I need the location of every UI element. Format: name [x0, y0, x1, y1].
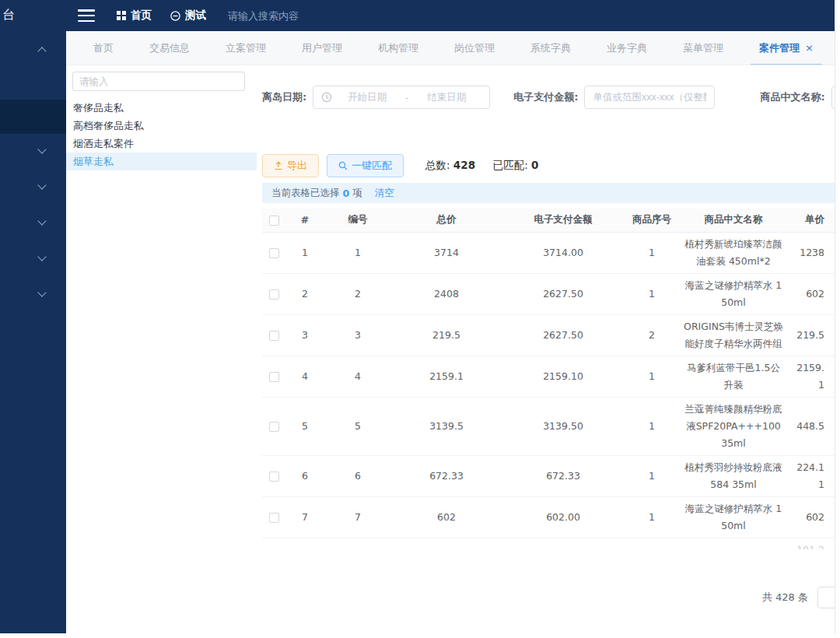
circle-minus-icon: [170, 11, 180, 21]
cell-payment: 672.33: [502, 455, 625, 496]
cell-payment: 1011.98: [502, 538, 625, 549]
clock-icon: [321, 92, 332, 103]
category-item[interactable]: 烟酒走私案件: [66, 135, 257, 152]
table-row: 77602602.001海蓝之谜修护精萃水 150ml602: [262, 496, 835, 538]
topnav-test[interactable]: 测试: [170, 9, 206, 23]
row-checkbox[interactable]: [269, 248, 279, 258]
tab-label: 业务字典: [607, 41, 647, 55]
cell-payment: 2159.10: [502, 356, 625, 397]
cell-total: 602: [391, 496, 502, 538]
tab-close-icon[interactable]: ×: [805, 42, 814, 54]
cell-total: 2159.1: [391, 356, 502, 397]
tab-案件管理[interactable]: 案件管理×: [741, 31, 831, 65]
tab-交易信息[interactable]: 交易信息: [131, 31, 208, 65]
topnav-home-label: 首页: [131, 9, 152, 23]
cell-index: 2: [285, 273, 324, 314]
date-range-picker[interactable]: 开始日期 - 结束日期: [313, 86, 490, 109]
topnav-home[interactable]: 首页: [117, 9, 152, 23]
tab-用户管理[interactable]: 用户管理: [284, 31, 360, 65]
tab-菜单管理[interactable]: 菜单管理: [665, 31, 741, 65]
product-name-input[interactable]: [831, 86, 835, 109]
row-checkbox[interactable]: [269, 331, 279, 341]
cell-code: 4: [324, 356, 391, 397]
export-icon: [274, 161, 283, 170]
table-row: 553139.53139.501兰蔻菁纯臻颜精华粉底液SPF20PA+++100…: [262, 397, 835, 455]
tab-label: 用户管理: [302, 41, 342, 55]
chevron-down-icon[interactable]: [37, 181, 46, 189]
cell-index: 4: [285, 356, 324, 397]
tab-系统字典[interactable]: 系统字典: [513, 31, 589, 65]
table-row: 33219.52627.502ORIGINS韦博士灵芝焕能好度子精华水两件组21…: [262, 314, 835, 356]
chevron-down-icon[interactable]: [37, 252, 46, 261]
cell-name: 卡诗菁纯亮泽经典香氛: [679, 538, 788, 549]
row-checkbox[interactable]: [269, 513, 279, 523]
export-button-label: 导出: [287, 159, 307, 173]
footer-total-text: 共 428 条: [762, 591, 808, 605]
tab-立案管理[interactable]: 立案管理: [208, 31, 284, 65]
chevron-down-icon[interactable]: [37, 145, 46, 153]
payment-filter-label: 电子支付金额:: [513, 90, 578, 104]
cell-unit: 101.20: [788, 538, 835, 549]
tab-首页[interactable]: 首页: [75, 31, 131, 65]
tab-机构管理[interactable]: 机构管理: [360, 31, 436, 65]
cell-payment: 3714.00: [502, 232, 625, 273]
one-click-match-button[interactable]: 一键匹配: [327, 154, 404, 177]
grid-icon: [117, 11, 126, 20]
cell-name: ORIGINS韦博士灵芝焕能好度子精华水两件组: [679, 314, 788, 356]
tab-bar: 首页交易信息立案管理用户管理机构管理岗位管理系统字典业务字典菜单管理案件管理×: [66, 31, 835, 65]
row-checkbox[interactable]: [269, 289, 279, 300]
top-navbar: 台 首页 测试: [0, 0, 835, 31]
header-checkbox[interactable]: [269, 216, 279, 226]
column-header: 编号: [324, 209, 391, 232]
total-value: 428: [453, 159, 475, 171]
global-search-input[interactable]: [228, 10, 360, 22]
cell-index: 1: [285, 232, 324, 273]
cell-total: 219.5: [391, 314, 502, 356]
cell-seq: 2: [625, 314, 679, 356]
category-item[interactable]: 奢侈品走私: [66, 99, 257, 117]
payment-amount-input[interactable]: [584, 86, 715, 109]
cell-unit: 219.5: [788, 314, 835, 356]
cell-name: 海蓝之谜修护精萃水 150ml: [679, 496, 788, 538]
category-search-input[interactable]: [72, 72, 245, 91]
selection-bar: 当前表格已选择 0 项 清空: [262, 183, 835, 203]
tab-label: 岗位管理: [454, 41, 495, 55]
export-button[interactable]: 导出: [262, 154, 319, 177]
date-end-placeholder: 结束日期: [411, 91, 481, 104]
cell-payment: 2627.50: [502, 314, 625, 356]
chevron-up-icon[interactable]: [37, 47, 46, 55]
cell-payment: 602.00: [502, 496, 625, 538]
content-area: 奢侈品走私高档奢侈品走私烟酒走私案件烟草走私 离岛日期: 开始日期 - 结束日期…: [66, 65, 835, 633]
row-checkbox[interactable]: [269, 471, 279, 482]
row-checkbox[interactable]: [269, 422, 279, 432]
tab-岗位管理[interactable]: 岗位管理: [436, 31, 513, 65]
column-header: 总价: [391, 209, 502, 232]
chevron-down-icon[interactable]: [37, 216, 46, 225]
cell-unit: 602: [788, 496, 835, 538]
page-size-select[interactable]: [817, 587, 835, 608]
tab-label: 机构管理: [378, 41, 418, 55]
hamburger-menu-icon[interactable]: [78, 9, 95, 22]
cell-code: 5: [324, 397, 391, 455]
cell-unit: 602: [788, 273, 835, 314]
row-checkbox[interactable]: [269, 372, 279, 382]
logo-text: 台: [2, 7, 15, 23]
matched-label: 已匹配:: [493, 159, 528, 171]
chevron-down-icon[interactable]: [37, 288, 46, 296]
tab-业务字典[interactable]: 业务字典: [589, 31, 665, 65]
category-item[interactable]: 高档奢侈品走私: [66, 117, 257, 135]
category-item[interactable]: 烟草走私: [66, 152, 257, 170]
date-start-placeholder: 开始日期: [332, 91, 402, 104]
table-row: 881011.981011.981卡诗菁纯亮泽经典香氛101.20: [262, 538, 835, 549]
cell-name: 马爹利蓝带干邑1.5公升装: [679, 356, 788, 397]
cell-name: 兰蔻菁纯臻颜精华粉底液SPF20PA+++100 35ml: [679, 397, 788, 455]
sidebar-active-item[interactable]: [0, 100, 66, 134]
table-header-row: #编号总价电子支付金额商品序号商品中文名称单价: [262, 209, 835, 232]
cell-index: 6: [285, 455, 324, 496]
cell-code: 2: [324, 273, 391, 314]
clear-selection-link[interactable]: 清空: [375, 187, 394, 200]
cell-total: 3139.5: [391, 397, 502, 455]
cell-index: 3: [285, 314, 324, 356]
cell-total: 1011.98: [391, 538, 502, 549]
date-filter-label: 离岛日期:: [262, 90, 306, 104]
